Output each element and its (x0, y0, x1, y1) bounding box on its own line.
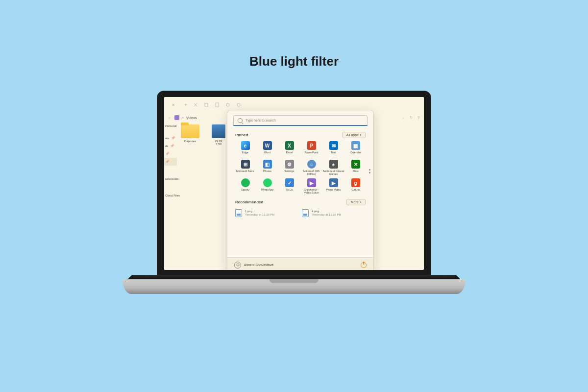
sidebar-item[interactable]: nts📌 (164, 134, 177, 142)
app-tile-solitaire-casual-games[interactable]: ♠Solitaire & Casual Games (322, 160, 344, 175)
file-icon (235, 209, 242, 217)
new-tab-icon[interactable]: + (184, 102, 187, 107)
sidebar-item-selected[interactable]: 📌 (164, 158, 177, 166)
app-icon: X (285, 141, 294, 150)
svg-point-2 (226, 103, 229, 106)
chevron-right-icon: › (360, 133, 361, 137)
recommended-list: 1.pngYesterday at 11:39 PM4.pngYesterday… (227, 207, 373, 219)
app-tile-gaana[interactable]: gGaana (344, 178, 367, 194)
page-indicator[interactable] (369, 169, 370, 173)
app-icon: ▶ (329, 178, 338, 187)
app-tile-photos[interactable]: ◧Photos (256, 160, 278, 175)
app-tile-prime-video[interactable]: ▶Prime Video (322, 178, 344, 194)
app-icon: P (307, 141, 316, 150)
app-label: Mail (322, 151, 344, 157)
recommended-item[interactable]: 1.pngYesterday at 11:39 PM (235, 209, 299, 217)
app-icon: ◧ (263, 160, 272, 169)
file-icon (302, 209, 309, 217)
recommended-subtitle: Yesterday at 11:36 PM (312, 213, 341, 217)
app-tile-clipchamp-video-editor[interactable]: ▶Clipchamp – Video Editor (300, 178, 322, 194)
app-tile-calendar[interactable]: ▦Calendar (344, 141, 367, 157)
paste-icon[interactable] (215, 102, 220, 107)
app-icon: ✕ (351, 160, 360, 169)
app-tile-settings[interactable]: ⚙Settings (278, 160, 300, 175)
tab-close-icon[interactable]: × (172, 102, 174, 107)
refresh-icon[interactable]: ↻ (410, 116, 413, 120)
app-tile-mail[interactable]: ✉Mail (322, 141, 344, 157)
search-icon[interactable]: ⚲ (417, 116, 420, 120)
folder-captures[interactable]: Captures (179, 124, 201, 146)
copy-icon[interactable] (204, 102, 209, 107)
cut-icon[interactable] (193, 102, 198, 107)
recommended-title: 4.png (312, 210, 341, 213)
app-tile-microsoft-store[interactable]: ⊞Microsoft Store (234, 160, 256, 175)
back-icon[interactable]: ← (168, 116, 172, 120)
breadcrumb-arrow-icon: › (182, 116, 183, 120)
app-icon: ✓ (285, 178, 294, 187)
sidebar-item-personal[interactable]: Personal (164, 122, 177, 129)
svg-rect-0 (205, 103, 208, 106)
page-title: Blue light filter (0, 54, 588, 69)
app-icon: ▶ (307, 178, 316, 187)
rename-icon[interactable] (225, 102, 230, 107)
dropdown-icon[interactable]: ⌄ (402, 116, 405, 120)
app-icon (263, 178, 272, 187)
explorer-sidebar: Personal nts📌 ds📌 📌 📌 edia posts Cloud F… (164, 122, 177, 270)
app-icon: ♠ (329, 160, 338, 169)
pin-icon: 📌 (165, 160, 170, 164)
app-tile-edge[interactable]: eEdge (234, 141, 256, 157)
app-tile-whatsapp[interactable]: WhatsApp (256, 178, 278, 194)
app-icon: g (351, 178, 360, 187)
sidebar-item[interactable]: Cloud Files (164, 192, 177, 199)
app-label: Xbox (344, 170, 367, 175)
breadcrumb[interactable]: Videos (186, 116, 196, 120)
app-icon: ▦ (351, 141, 360, 150)
all-apps-button[interactable]: All apps › (342, 132, 366, 138)
app-icon: ○ (307, 160, 316, 169)
app-label: Calendar (344, 151, 367, 157)
avatar-icon[interactable]: ⏣ (234, 262, 241, 269)
app-tile-to-do[interactable]: ✓To Do (278, 178, 300, 194)
app-label: Clipchamp – Video Editor (300, 188, 322, 194)
app-label: Microsoft 365 (Office) (300, 170, 322, 175)
app-tile-powerpoint[interactable]: PPowerPoint (300, 141, 322, 157)
pin-icon: 📌 (165, 152, 170, 156)
app-label: WhatsApp (256, 188, 278, 194)
laptop-base (122, 279, 466, 294)
start-menu: Type here to search Pinned All apps › eE… (227, 110, 374, 270)
app-tile-microsoft-365-office-[interactable]: ○Microsoft 365 (Office) (300, 160, 322, 175)
recommended-subtitle: Yesterday at 11:39 PM (245, 213, 274, 217)
share-icon[interactable] (236, 102, 241, 107)
app-label: Excel (278, 151, 300, 157)
video-thumbnail-icon (212, 124, 225, 138)
search-input[interactable]: Type here to search (233, 115, 368, 126)
app-label: Gaana (344, 188, 367, 194)
file-label: Captures (179, 140, 201, 143)
sidebar-item[interactable]: 📌 (164, 150, 177, 158)
app-icon: ✉ (329, 141, 338, 150)
explorer-file-pane: Captures 23.027,50 (179, 124, 230, 146)
recommended-title: 1.png (245, 210, 274, 213)
recommended-item[interactable]: 4.pngYesterday at 11:36 PM (302, 209, 366, 217)
search-placeholder: Type here to search (245, 119, 276, 122)
app-tile-word[interactable]: WWord (256, 141, 278, 157)
app-icon (241, 178, 250, 187)
more-button[interactable]: More › (346, 199, 366, 205)
app-icon: e (241, 141, 250, 150)
pinned-apps-grid: eEdgeWWordXExcelPPowerPoint✉Mail▦Calenda… (227, 140, 373, 195)
location-icon (174, 115, 179, 120)
app-label: Word (256, 151, 278, 157)
app-tile-excel[interactable]: XExcel (278, 141, 300, 157)
user-name[interactable]: Asmita Shrivastava (244, 263, 273, 267)
svg-rect-1 (216, 103, 219, 107)
app-icon: ⊞ (241, 160, 250, 169)
app-label: Settings (278, 170, 300, 175)
sidebar-item[interactable]: edia posts (164, 175, 177, 182)
recommended-header: Recommended (235, 200, 263, 204)
app-label: Solitaire & Casual Games (322, 170, 344, 175)
power-icon[interactable] (361, 262, 367, 268)
app-label: PowerPoint (300, 151, 322, 157)
app-tile-xbox[interactable]: ✕Xbox (344, 160, 367, 175)
sidebar-item[interactable]: ds📌 (164, 142, 177, 150)
app-tile-spotify[interactable]: Spotify (234, 178, 256, 194)
